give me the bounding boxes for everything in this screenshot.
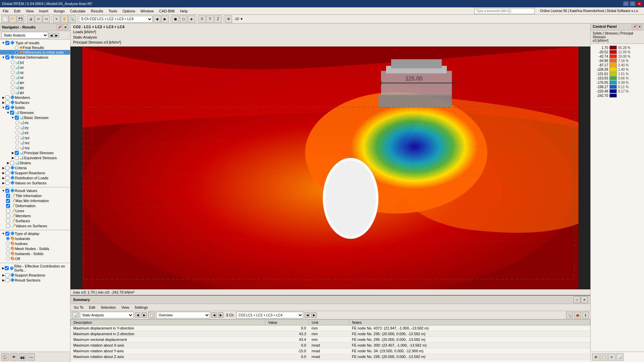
cp-export-button[interactable]: 📊 bbox=[616, 353, 624, 361]
nav-next-button[interactable]: ▶ bbox=[54, 33, 59, 38]
nav-stress-txy[interactable]: 📊 τxy bbox=[0, 145, 70, 150]
nav-deform-uz[interactable]: 📊 uz bbox=[0, 75, 70, 80]
nav-off-radio[interactable] bbox=[6, 257, 10, 260]
view-x-button[interactable]: X bbox=[198, 15, 206, 23]
nav-criteria-checkbox[interactable] bbox=[5, 166, 9, 170]
summary-edit-tab[interactable]: Edit bbox=[88, 305, 97, 310]
summary-overview-combo[interactable]: Overview bbox=[156, 312, 210, 318]
undo-button[interactable]: ↩ bbox=[35, 15, 42, 23]
redo-button[interactable]: ↪ bbox=[43, 15, 50, 23]
nav-values-surfaces-checkbox[interactable] bbox=[5, 181, 9, 185]
nav-stress-txy-radio[interactable] bbox=[15, 146, 19, 149]
nav-deform-ux[interactable]: 📊 ux bbox=[0, 65, 70, 70]
nav-eye-button[interactable]: 👁 bbox=[10, 353, 17, 361]
nav-lines-checkbox[interactable] bbox=[6, 209, 10, 213]
table-row[interactable]: Maximum rotation about X-axis 0.0 mrad F… bbox=[71, 343, 590, 348]
nav-values-surfaces-toggle[interactable]: ▶ 🔷 Values on Surfaces bbox=[0, 180, 70, 185]
nav-result-values-toggle[interactable]: ▼ 🔷 Result Values bbox=[0, 188, 70, 193]
nav-isolines-radio[interactable] bbox=[6, 242, 10, 245]
summary-lc-prev-button[interactable]: ◀ bbox=[305, 312, 310, 318]
nav-deform-phiz[interactable]: 📊 φz bbox=[0, 90, 70, 95]
zoom-button[interactable]: 🔍 bbox=[68, 15, 76, 23]
nav-camera-button[interactable]: 📷 bbox=[19, 353, 26, 361]
nav-solids-checkbox[interactable] bbox=[5, 106, 9, 110]
cp-close-button[interactable]: ✕ bbox=[637, 24, 642, 29]
table-row[interactable]: Maximum rotation about Z-axis 0.0 mrad F… bbox=[71, 354, 590, 360]
nav-principal-stresses-checkbox[interactable] bbox=[15, 151, 19, 155]
summary-ov-prev-button[interactable]: ◀ bbox=[211, 312, 217, 318]
nav-isobands[interactable]: 🎨 Isobands bbox=[0, 236, 70, 241]
nav-deform-uy-radio[interactable] bbox=[11, 70, 14, 74]
menu-cadbim[interactable]: CAD-BIM bbox=[156, 8, 177, 14]
nav-analysis-combo[interactable]: Static Analysis bbox=[1, 32, 48, 39]
nav-isolines[interactable]: 🎨 Isolines bbox=[0, 241, 70, 246]
open-button[interactable]: 📂 bbox=[9, 15, 16, 23]
nav-members-checkbox[interactable] bbox=[5, 96, 9, 100]
print-button[interactable]: 🖨 bbox=[27, 15, 35, 23]
menu-view[interactable]: View bbox=[23, 8, 37, 14]
nav-strains-checkbox[interactable] bbox=[10, 161, 14, 165]
nav-line-button[interactable]: — bbox=[28, 353, 35, 361]
prev-lc-button[interactable]: ◀ bbox=[153, 15, 161, 23]
nav-title-info-checkbox[interactable] bbox=[6, 194, 10, 198]
nav-deform-phiy-radio[interactable] bbox=[11, 85, 14, 89]
summary-view-tab[interactable]: View bbox=[120, 305, 130, 310]
view-y-button[interactable]: Y bbox=[206, 15, 214, 23]
col-description[interactable]: Description bbox=[71, 320, 265, 325]
nav-maxmin-information[interactable]: 📝 Max Min Information bbox=[0, 198, 70, 203]
nav-dist-loads-checkbox[interactable] bbox=[5, 176, 9, 180]
nav-stress-sy[interactable]: 📊 σy bbox=[0, 125, 70, 130]
nav-deform-uy[interactable]: 📊 uy bbox=[0, 70, 70, 75]
nav-criteria-toggle[interactable]: ▶ 🔷 Criteria bbox=[0, 165, 70, 170]
lc-combo[interactable]: S Ch CO2 LC1 + LC2 + LC3 + LC4 bbox=[79, 16, 153, 22]
next-lc-button[interactable]: ▶ bbox=[161, 15, 169, 23]
summary-close-button[interactable]: ✕ bbox=[581, 296, 588, 303]
nav-deform-phix-radio[interactable] bbox=[11, 80, 14, 84]
nav-deform-phix[interactable]: 📊 φx bbox=[0, 80, 70, 85]
summary-goto-tab[interactable]: Go To bbox=[72, 305, 85, 310]
nav-surfaces-rv[interactable]: 📝 Surfaces bbox=[0, 218, 70, 223]
menu-tools[interactable]: Tools bbox=[106, 8, 120, 14]
nav-stress-sy-radio[interactable] bbox=[15, 126, 19, 129]
view-z-button[interactable]: Z bbox=[214, 15, 222, 23]
nav-type-display-checkbox[interactable] bbox=[5, 232, 9, 236]
nav-title-information[interactable]: 📝 Title Information bbox=[0, 193, 70, 198]
menu-edit[interactable]: Edit bbox=[11, 8, 23, 14]
summary-selection-tab[interactable]: Selection bbox=[99, 305, 117, 310]
nav-result-sections-checkbox[interactable] bbox=[5, 278, 9, 282]
nav-global-deform-checkbox[interactable] bbox=[5, 55, 9, 59]
nav-ribs-checkbox[interactable] bbox=[5, 266, 9, 270]
nav-isobands-radio[interactable] bbox=[6, 237, 10, 240]
menu-results[interactable]: Results bbox=[88, 8, 106, 14]
nav-ribs[interactable]: ▶ 🔷 Ribs - Effective Contribution on Sur… bbox=[0, 264, 70, 273]
select-button[interactable]: ↖ bbox=[53, 15, 60, 23]
nav-prev-button[interactable]: ◀ bbox=[49, 33, 54, 38]
nav-surfaces-checkbox[interactable] bbox=[5, 101, 9, 105]
render-button[interactable]: ◼ bbox=[172, 15, 179, 23]
nav-equivalent-stresses-checkbox[interactable] bbox=[15, 156, 19, 160]
nav-strains-toggle[interactable]: ▶ 📊 Strains bbox=[0, 160, 70, 165]
nav-stress-sx[interactable]: 📊 σx bbox=[0, 120, 70, 125]
nav-equivalent-stresses-toggle[interactable]: ▶ 📊 Equivalent Stresses bbox=[0, 155, 70, 160]
move-button[interactable]: ✋ bbox=[61, 15, 68, 23]
nav-mesh-nodes-radio[interactable] bbox=[6, 247, 10, 250]
nav-result-sections[interactable]: ▶ 🔷 Result Sections bbox=[0, 278, 70, 283]
nav-principal-stresses-toggle[interactable]: ▶ 📊 Principal Stresses bbox=[0, 150, 70, 155]
nav-isobands-solids-radio[interactable] bbox=[6, 252, 10, 255]
col-unit[interactable]: Unit bbox=[309, 320, 349, 325]
settings-button[interactable]: ⚙ bbox=[225, 15, 232, 23]
menu-calculate[interactable]: Calculate bbox=[67, 8, 88, 14]
nav-deform-phiy[interactable]: 📊 φy bbox=[0, 85, 70, 90]
summary-settings-tab[interactable]: Settings bbox=[133, 305, 149, 310]
summary-next-button[interactable]: ▶ bbox=[142, 312, 147, 318]
nav-final-results-radio[interactable] bbox=[15, 46, 18, 50]
nav-surfaces-rv-checkbox[interactable] bbox=[6, 219, 10, 223]
nav-home-button[interactable]: 🏠 bbox=[1, 353, 9, 361]
nav-distribution-loads-toggle[interactable]: ▶ 🔷 Distribution of Loads bbox=[0, 175, 70, 180]
nav-stress-txz-radio[interactable] bbox=[15, 141, 19, 144]
nav-type-display-toggle[interactable]: ▼ 🔷 Type of display bbox=[0, 231, 70, 236]
nav-deformation-checkbox[interactable] bbox=[6, 204, 10, 208]
nav-result-values-checkbox[interactable] bbox=[5, 189, 9, 193]
table-row[interactable]: Maximum vectorial displacement 43.4 mm F… bbox=[71, 337, 590, 343]
nav-deform-uz-radio[interactable] bbox=[11, 75, 14, 79]
